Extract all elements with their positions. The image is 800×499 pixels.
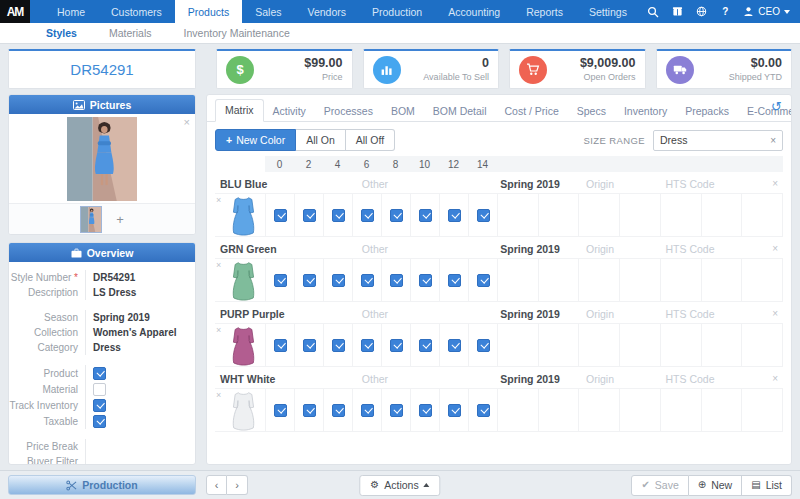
size-8-checkbox[interactable] (390, 209, 403, 222)
size-6-checkbox[interactable] (361, 274, 374, 287)
list-button[interactable]: ▤ List (742, 475, 792, 496)
hts-code-placeholder[interactable]: HTS Code (645, 308, 735, 320)
clear-size-range-icon[interactable]: × (770, 135, 776, 146)
hts-code-placeholder[interactable]: HTS Code (645, 243, 735, 255)
remove-picture-icon[interactable]: × (184, 116, 190, 128)
size-12-checkbox[interactable] (448, 339, 461, 352)
style-number-field[interactable]: DR54291 (8, 49, 196, 89)
nav-item-products[interactable]: Products (175, 0, 242, 23)
nav-item-production[interactable]: Production (359, 0, 435, 23)
product-checkbox[interactable] (93, 367, 106, 380)
nav-item-vendors[interactable]: Vendors (294, 0, 359, 23)
nav-item-accounting[interactable]: Accounting (435, 0, 513, 23)
size-12-checkbox[interactable] (448, 404, 461, 417)
remove-row-icon[interactable]: × (216, 325, 221, 335)
tab-bom-detail[interactable]: BOM Detail (424, 101, 496, 122)
taxable-checkbox[interactable] (93, 415, 106, 428)
nav-item-customers[interactable]: Customers (98, 0, 175, 23)
size-6-checkbox[interactable] (361, 404, 374, 417)
subnav-item-materials[interactable]: Materials (93, 27, 168, 39)
nav-item-settings[interactable]: Settings (576, 0, 640, 23)
remove-row-icon[interactable]: × (216, 390, 221, 400)
remove-color-icon[interactable]: × (772, 178, 778, 189)
remove-color-icon[interactable]: × (772, 308, 778, 319)
size-10-checkbox[interactable] (419, 274, 432, 287)
save-button[interactable]: ✔ Save (631, 475, 688, 496)
size-8-checkbox[interactable] (390, 274, 403, 287)
hts-code-placeholder[interactable]: HTS Code (645, 373, 735, 385)
size-10-checkbox[interactable] (419, 209, 432, 222)
remove-color-icon[interactable]: × (772, 243, 778, 254)
other-placeholder[interactable]: Other (330, 243, 420, 255)
photo-thumbnail[interactable] (80, 206, 102, 233)
tab-cost-price[interactable]: Cost / Price (496, 101, 568, 122)
size-4-checkbox[interactable] (332, 404, 345, 417)
tab-activity[interactable]: Activity (264, 101, 315, 122)
new-button[interactable]: ⊕ New (689, 475, 742, 496)
pictures-panel-header[interactable]: Pictures (9, 95, 195, 114)
origin-placeholder[interactable]: Origin (560, 243, 640, 255)
size-10-checkbox[interactable] (419, 404, 432, 417)
remove-row-icon[interactable]: × (216, 260, 221, 270)
tab-inventory[interactable]: Inventory (615, 101, 676, 122)
origin-placeholder[interactable]: Origin (560, 308, 640, 320)
remove-color-icon[interactable]: × (772, 373, 778, 384)
other-placeholder[interactable]: Other (330, 373, 420, 385)
size-12-checkbox[interactable] (448, 209, 461, 222)
size-2-checkbox[interactable] (303, 404, 316, 417)
size-8-checkbox[interactable] (390, 404, 403, 417)
new-color-button[interactable]: + New Color (215, 129, 296, 151)
tab-e-commerce[interactable]: E-Commerce (738, 101, 792, 122)
all-off-button[interactable]: All Off (346, 129, 395, 151)
size-4-checkbox[interactable] (332, 209, 345, 222)
size-4-checkbox[interactable] (332, 339, 345, 352)
size-6-checkbox[interactable] (361, 209, 374, 222)
help-icon[interactable]: ? (719, 6, 731, 18)
tab-matrix[interactable]: Matrix (215, 99, 264, 122)
size-2-checkbox[interactable] (303, 209, 316, 222)
nav-item-reports[interactable]: Reports (513, 0, 576, 23)
style-photo[interactable] (67, 117, 137, 201)
remove-row-icon[interactable]: × (216, 195, 221, 205)
production-panel-header[interactable]: Production (8, 475, 196, 495)
actions-button[interactable]: ⚙ Actions (359, 475, 440, 496)
overview-panel-header[interactable]: Overview (9, 243, 195, 262)
size-2-checkbox[interactable] (303, 274, 316, 287)
subnav-item-inventory-maintenance[interactable]: Inventory Maintenance (168, 27, 306, 39)
tab-specs[interactable]: Specs (568, 101, 615, 122)
size-range-input[interactable] (660, 134, 770, 146)
tab-prepacks[interactable]: Prepacks (676, 101, 738, 122)
size-10-checkbox[interactable] (419, 339, 432, 352)
material-checkbox[interactable] (93, 383, 106, 396)
hts-code-placeholder[interactable]: HTS Code (645, 178, 735, 190)
size-14-checkbox[interactable] (477, 274, 490, 287)
size-14-checkbox[interactable] (477, 339, 490, 352)
other-placeholder[interactable]: Other (330, 308, 420, 320)
next-page-button[interactable]: › (227, 475, 248, 495)
tab-processes[interactable]: Processes (315, 101, 382, 122)
size-2-checkbox[interactable] (303, 339, 316, 352)
size-14-checkbox[interactable] (477, 209, 490, 222)
size-0-checkbox[interactable] (274, 209, 287, 222)
gift-box-icon[interactable] (671, 6, 683, 18)
size-0-checkbox[interactable] (274, 274, 287, 287)
origin-placeholder[interactable]: Origin (560, 373, 640, 385)
size-6-checkbox[interactable] (361, 339, 374, 352)
add-picture-button[interactable]: + (116, 212, 124, 227)
size-0-checkbox[interactable] (274, 339, 287, 352)
other-placeholder[interactable]: Other (330, 178, 420, 190)
size-4-checkbox[interactable] (332, 274, 345, 287)
size-14-checkbox[interactable] (477, 404, 490, 417)
tab-bom[interactable]: BOM (382, 101, 424, 122)
size-0-checkbox[interactable] (274, 404, 287, 417)
nav-item-sales[interactable]: Sales (242, 0, 294, 23)
refresh-icon[interactable]: ↺ (771, 100, 782, 113)
globe-icon[interactable] (695, 6, 707, 18)
nav-item-home[interactable]: Home (44, 0, 98, 23)
size-12-checkbox[interactable] (448, 274, 461, 287)
origin-placeholder[interactable]: Origin (560, 178, 640, 190)
prev-page-button[interactable]: ‹ (206, 475, 227, 495)
user-menu[interactable]: CEO (743, 6, 790, 17)
all-on-button[interactable]: All On (296, 129, 346, 151)
track-inventory-checkbox[interactable] (93, 399, 106, 412)
